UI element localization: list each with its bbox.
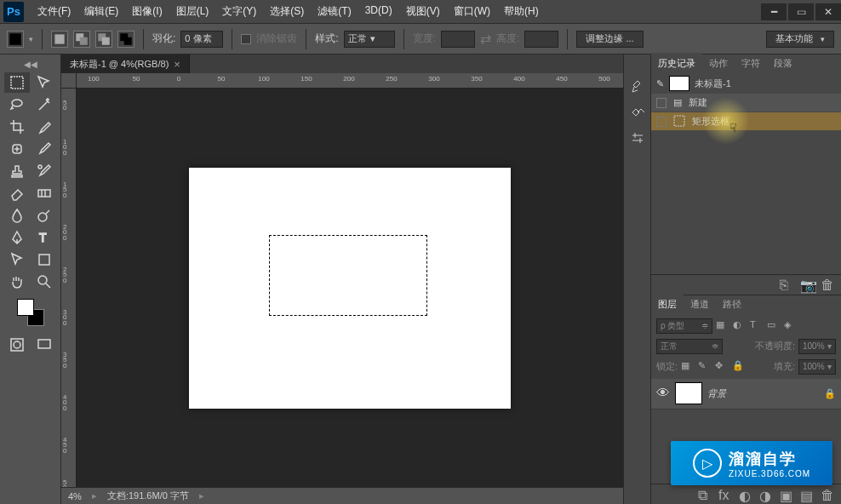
move-tool[interactable]: [31, 72, 57, 93]
history-check[interactable]: [656, 117, 667, 127]
panel-tab[interactable]: 通道: [684, 294, 716, 314]
filter-type-icon[interactable]: T: [750, 319, 764, 333]
menu-item[interactable]: 窗口(W): [447, 1, 497, 22]
panel-tab[interactable]: 段落: [767, 53, 799, 73]
opacity-input[interactable]: 100%▾: [798, 339, 836, 354]
brush-panel-icon[interactable]: [627, 77, 648, 97]
menu-item[interactable]: 编辑(E): [77, 1, 125, 22]
feather-input[interactable]: [180, 31, 223, 48]
menu-item[interactable]: 图层(L): [169, 1, 216, 22]
width-label: 宽度:: [413, 32, 436, 46]
layer-thumb: [675, 382, 702, 404]
brush-tool[interactable]: [31, 139, 57, 159]
foreground-color[interactable]: [17, 299, 34, 316]
filter-adjust-icon[interactable]: ◐: [733, 319, 747, 333]
selection-intersect-icon[interactable]: [117, 31, 134, 48]
tab-close-icon[interactable]: ×: [174, 58, 180, 71]
svg-rect-22: [674, 116, 684, 126]
lock-icon: 🔒: [824, 388, 836, 399]
delete-layer-icon[interactable]: 🗑: [821, 488, 834, 501]
dodge-tool[interactable]: [31, 205, 57, 226]
visibility-icon[interactable]: 👁: [656, 386, 670, 401]
gradient-tool[interactable]: [31, 183, 57, 203]
menu-item[interactable]: 文件(F): [31, 1, 77, 22]
lock-paint-icon[interactable]: ✎: [698, 360, 712, 374]
link-icon[interactable]: ⧉: [698, 488, 712, 501]
menu-item[interactable]: 图像(I): [125, 1, 169, 22]
blur-tool[interactable]: [4, 205, 30, 226]
eyedropper-tool[interactable]: [31, 117, 57, 137]
shape-tool[interactable]: [31, 249, 57, 270]
panel-tab[interactable]: 历史记录: [651, 53, 702, 73]
filter-shape-icon[interactable]: ▭: [767, 319, 781, 333]
refine-edge-button[interactable]: 调整边缘 ...: [576, 31, 643, 48]
camera-icon[interactable]: 📷: [800, 278, 814, 291]
panel-tab[interactable]: 图层: [651, 294, 684, 314]
layer-filter-dropdown[interactable]: ρ 类型≑: [656, 318, 712, 334]
layer-item-background[interactable]: 👁 背景 🔒: [651, 379, 841, 410]
lasso-tool[interactable]: [4, 94, 30, 115]
blend-mode-dropdown[interactable]: 正常≑: [656, 339, 723, 354]
mask-icon[interactable]: ◐: [739, 488, 752, 501]
close-button[interactable]: ✕: [815, 3, 841, 20]
selection-add-icon[interactable]: [73, 31, 90, 48]
filter-smart-icon[interactable]: ◈: [784, 319, 798, 333]
style-dropdown[interactable]: 正常▾: [344, 31, 395, 48]
menu-item[interactable]: 3D(D): [358, 1, 399, 22]
menu-item[interactable]: 选择(S): [263, 1, 311, 22]
trash-icon[interactable]: 🗑: [821, 278, 834, 291]
eraser-tool[interactable]: [4, 183, 30, 203]
group-icon[interactable]: ▣: [780, 488, 793, 501]
fill-input[interactable]: 100%▾: [798, 359, 836, 375]
panel-tab[interactable]: 动作: [702, 53, 735, 73]
workspace-switcher[interactable]: 基本功能▾: [766, 31, 834, 48]
new-snapshot-icon[interactable]: ⎘: [780, 278, 793, 291]
minimize-button[interactable]: ━: [761, 3, 787, 20]
adjust-panel-icon[interactable]: [627, 128, 648, 148]
screenmode-tool[interactable]: [31, 335, 57, 355]
lock-all-icon[interactable]: 🔒: [732, 360, 746, 374]
ruler-tick: 300: [63, 310, 73, 326]
menu-item[interactable]: 帮助(H): [497, 1, 546, 22]
pen-tool[interactable]: [4, 227, 30, 248]
zoom-level[interactable]: 4%: [68, 491, 82, 501]
opacity-label: 不透明度:: [755, 340, 795, 352]
selection-sub-icon[interactable]: [95, 31, 112, 48]
history-brush-tool[interactable]: [31, 161, 57, 181]
menu-item[interactable]: 文字(Y): [215, 1, 263, 22]
menu-item[interactable]: 视图(V): [399, 1, 447, 22]
new-layer-icon[interactable]: ▤: [800, 488, 814, 501]
healing-tool[interactable]: [4, 139, 30, 159]
document-tab[interactable]: 未标题-1 @ 4%(RGB/8) ×: [61, 54, 190, 73]
history-item[interactable]: 矩形选框☟: [651, 112, 841, 131]
color-swatches[interactable]: [17, 299, 44, 326]
panel-tab[interactable]: 字符: [735, 53, 767, 73]
hand-tool[interactable]: [4, 272, 30, 292]
marquee-tool[interactable]: [4, 72, 30, 93]
filter-pixel-icon[interactable]: ▦: [716, 319, 729, 333]
menu-item[interactable]: 滤镜(T): [311, 1, 358, 22]
doc-info[interactable]: 文档:191.6M/0 字节: [107, 490, 189, 502]
fx-icon[interactable]: fx: [718, 488, 732, 501]
file-icon: ▤: [673, 97, 682, 108]
selection-new-icon[interactable]: [51, 31, 68, 48]
lock-pos-icon[interactable]: ✥: [715, 360, 729, 374]
crop-tool[interactable]: [4, 117, 30, 137]
history-item[interactable]: ▤新建: [651, 94, 841, 112]
type-tool[interactable]: T: [31, 227, 57, 248]
stamp-tool[interactable]: [4, 161, 30, 181]
path-select-tool[interactable]: [4, 249, 30, 270]
history-doc-header[interactable]: ✎ 未标题-1: [651, 73, 841, 94]
adjustment-icon[interactable]: ◑: [759, 488, 773, 501]
feather-label: 羽化:: [152, 32, 175, 46]
magic-wand-tool[interactable]: [31, 94, 57, 115]
clone-panel-icon[interactable]: [627, 102, 648, 123]
panel-tab[interactable]: 路径: [716, 294, 748, 314]
quickmask-tool[interactable]: [4, 335, 30, 355]
maximize-button[interactable]: ▭: [788, 3, 814, 20]
lock-trans-icon[interactable]: ▦: [681, 360, 695, 374]
canvas-viewport[interactable]: [77, 89, 623, 487]
marquee-tool-preset-icon[interactable]: [7, 31, 24, 48]
history-check[interactable]: [656, 98, 667, 108]
zoom-tool[interactable]: [31, 272, 57, 292]
